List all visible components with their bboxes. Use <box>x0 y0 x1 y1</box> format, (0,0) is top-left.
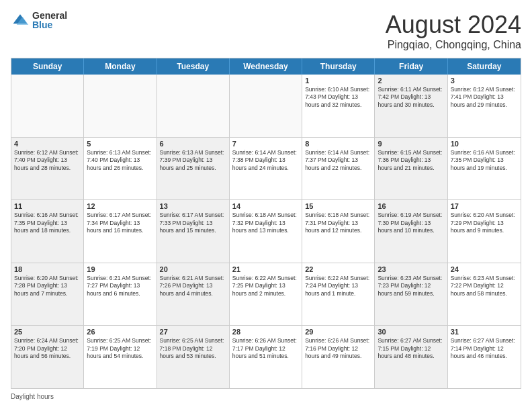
day-headers: SundayMondayTuesdayWednesdayThursdayFrid… <box>11 58 521 75</box>
calendar-row: 11Sunrise: 6:16 AM Sunset: 7:35 PM Dayli… <box>11 200 521 263</box>
cell-date: 14 <box>232 202 299 210</box>
calendar-cell <box>230 75 302 137</box>
cell-info: Sunrise: 6:13 AM Sunset: 7:39 PM Dayligh… <box>160 149 226 172</box>
cell-date: 1 <box>305 77 371 85</box>
cell-info: Sunrise: 6:21 AM Sunset: 7:26 PM Dayligh… <box>160 275 226 298</box>
calendar-cell: 15Sunrise: 6:18 AM Sunset: 7:31 PM Dayli… <box>302 200 375 263</box>
day-header-thursday: Thursday <box>302 58 375 75</box>
cell-info: Sunrise: 6:12 AM Sunset: 7:41 PM Dayligh… <box>451 86 518 109</box>
calendar-cell: 24Sunrise: 6:23 AM Sunset: 7:22 PM Dayli… <box>448 263 521 326</box>
cell-date: 6 <box>160 140 226 148</box>
calendar-cell: 27Sunrise: 6:25 AM Sunset: 7:18 PM Dayli… <box>157 326 230 388</box>
logo-blue: Blue <box>32 20 67 30</box>
calendar-cell: 8Sunrise: 6:14 AM Sunset: 7:37 PM Daylig… <box>302 138 375 200</box>
cell-info: Sunrise: 6:20 AM Sunset: 7:29 PM Dayligh… <box>451 212 518 234</box>
calendar-cell <box>157 75 230 137</box>
cell-info: Sunrise: 6:10 AM Sunset: 7:43 PM Dayligh… <box>305 86 371 109</box>
day-header-wednesday: Wednesday <box>230 58 302 75</box>
calendar-cell: 6Sunrise: 6:13 AM Sunset: 7:39 PM Daylig… <box>157 138 230 200</box>
cell-date: 25 <box>14 328 81 336</box>
logo-icon <box>11 11 30 30</box>
calendar-cell: 10Sunrise: 6:16 AM Sunset: 7:35 PM Dayli… <box>448 138 521 200</box>
cell-info: Sunrise: 6:15 AM Sunset: 7:36 PM Dayligh… <box>378 149 444 172</box>
month-title: August 2024 <box>386 11 521 39</box>
day-header-friday: Friday <box>375 58 447 75</box>
cell-date: 23 <box>378 265 444 273</box>
cell-date: 31 <box>451 328 518 336</box>
calendar-cell: 9Sunrise: 6:15 AM Sunset: 7:36 PM Daylig… <box>375 138 447 200</box>
calendar-row: 25Sunrise: 6:24 AM Sunset: 7:20 PM Dayli… <box>11 326 521 388</box>
cell-info: Sunrise: 6:14 AM Sunset: 7:38 PM Dayligh… <box>232 149 299 172</box>
calendar-cell: 22Sunrise: 6:22 AM Sunset: 7:24 PM Dayli… <box>302 263 375 326</box>
cell-info: Sunrise: 6:11 AM Sunset: 7:42 PM Dayligh… <box>378 86 444 109</box>
cell-date: 28 <box>232 328 299 336</box>
cell-date: 21 <box>232 265 299 273</box>
calendar-body: 1Sunrise: 6:10 AM Sunset: 7:43 PM Daylig… <box>11 75 521 388</box>
cell-info: Sunrise: 6:22 AM Sunset: 7:25 PM Dayligh… <box>232 275 299 298</box>
cell-date: 26 <box>87 328 153 336</box>
cell-info: Sunrise: 6:24 AM Sunset: 7:20 PM Dayligh… <box>14 337 81 360</box>
cell-date: 10 <box>451 140 518 148</box>
cell-date: 12 <box>87 202 153 210</box>
calendar-cell: 31Sunrise: 6:27 AM Sunset: 7:14 PM Dayli… <box>448 326 521 388</box>
logo-text: General Blue <box>32 11 67 30</box>
logo: General Blue <box>11 11 67 30</box>
cell-info: Sunrise: 6:16 AM Sunset: 7:35 PM Dayligh… <box>451 149 518 172</box>
cell-info: Sunrise: 6:23 AM Sunset: 7:22 PM Dayligh… <box>451 275 518 298</box>
calendar-cell: 1Sunrise: 6:10 AM Sunset: 7:43 PM Daylig… <box>302 75 375 137</box>
calendar-cell: 17Sunrise: 6:20 AM Sunset: 7:29 PM Dayli… <box>448 200 521 263</box>
cell-date: 7 <box>232 140 299 148</box>
calendar-cell: 20Sunrise: 6:21 AM Sunset: 7:26 PM Dayli… <box>157 263 230 326</box>
cell-date: 3 <box>451 77 518 85</box>
footer-label: Daylight hours <box>11 393 54 400</box>
cell-info: Sunrise: 6:19 AM Sunset: 7:30 PM Dayligh… <box>378 212 444 234</box>
calendar-cell: 23Sunrise: 6:23 AM Sunset: 7:23 PM Dayli… <box>375 263 447 326</box>
cell-date: 19 <box>87 265 153 273</box>
title-block: August 2024 Pingqiao, Chongqing, China <box>386 11 521 51</box>
calendar-row: 4Sunrise: 6:12 AM Sunset: 7:40 PM Daylig… <box>11 138 521 201</box>
calendar-cell: 19Sunrise: 6:21 AM Sunset: 7:27 PM Dayli… <box>84 263 157 326</box>
cell-info: Sunrise: 6:17 AM Sunset: 7:33 PM Dayligh… <box>160 212 226 234</box>
calendar: SundayMondayTuesdayWednesdayThursdayFrid… <box>11 58 521 389</box>
cell-info: Sunrise: 6:12 AM Sunset: 7:40 PM Dayligh… <box>14 149 81 172</box>
cell-date: 29 <box>305 328 371 336</box>
calendar-row: 18Sunrise: 6:20 AM Sunset: 7:28 PM Dayli… <box>11 263 521 326</box>
location-title: Pingqiao, Chongqing, China <box>386 39 521 51</box>
cell-info: Sunrise: 6:14 AM Sunset: 7:37 PM Dayligh… <box>305 149 371 172</box>
cell-date: 18 <box>14 265 81 273</box>
header: General Blue August 2024 Pingqiao, Chong… <box>11 11 521 51</box>
cell-info: Sunrise: 6:18 AM Sunset: 7:32 PM Dayligh… <box>232 212 299 234</box>
cell-date: 13 <box>160 202 226 210</box>
day-header-monday: Monday <box>84 58 157 75</box>
cell-info: Sunrise: 6:13 AM Sunset: 7:40 PM Dayligh… <box>87 149 153 172</box>
calendar-cell <box>84 75 157 137</box>
cell-date: 27 <box>160 328 226 336</box>
cell-date: 17 <box>451 202 518 210</box>
calendar-cell: 13Sunrise: 6:17 AM Sunset: 7:33 PM Dayli… <box>157 200 230 263</box>
calendar-cell: 4Sunrise: 6:12 AM Sunset: 7:40 PM Daylig… <box>11 138 84 200</box>
calendar-cell: 16Sunrise: 6:19 AM Sunset: 7:30 PM Dayli… <box>375 200 447 263</box>
cell-date: 24 <box>451 265 518 273</box>
cell-info: Sunrise: 6:22 AM Sunset: 7:24 PM Dayligh… <box>305 275 371 298</box>
cell-info: Sunrise: 6:27 AM Sunset: 7:14 PM Dayligh… <box>451 337 518 360</box>
cell-info: Sunrise: 6:18 AM Sunset: 7:31 PM Dayligh… <box>305 212 371 234</box>
logo-general: General <box>32 11 67 20</box>
calendar-cell: 12Sunrise: 6:17 AM Sunset: 7:34 PM Dayli… <box>84 200 157 263</box>
cell-info: Sunrise: 6:21 AM Sunset: 7:27 PM Dayligh… <box>87 275 153 298</box>
cell-date: 5 <box>87 140 153 148</box>
calendar-cell: 28Sunrise: 6:26 AM Sunset: 7:17 PM Dayli… <box>230 326 302 388</box>
calendar-cell: 30Sunrise: 6:27 AM Sunset: 7:15 PM Dayli… <box>375 326 447 388</box>
cell-date: 2 <box>378 77 444 85</box>
calendar-cell: 3Sunrise: 6:12 AM Sunset: 7:41 PM Daylig… <box>448 75 521 137</box>
cell-info: Sunrise: 6:27 AM Sunset: 7:15 PM Dayligh… <box>378 337 444 360</box>
calendar-cell: 26Sunrise: 6:25 AM Sunset: 7:19 PM Dayli… <box>84 326 157 388</box>
calendar-cell: 21Sunrise: 6:22 AM Sunset: 7:25 PM Dayli… <box>230 263 302 326</box>
calendar-cell <box>11 75 84 137</box>
cell-info: Sunrise: 6:25 AM Sunset: 7:19 PM Dayligh… <box>87 337 153 360</box>
day-header-saturday: Saturday <box>448 58 521 75</box>
cell-info: Sunrise: 6:25 AM Sunset: 7:18 PM Dayligh… <box>160 337 226 360</box>
cell-date: 16 <box>378 202 444 210</box>
cell-date: 4 <box>14 140 81 148</box>
calendar-cell: 7Sunrise: 6:14 AM Sunset: 7:38 PM Daylig… <box>230 138 302 200</box>
cell-date: 20 <box>160 265 226 273</box>
